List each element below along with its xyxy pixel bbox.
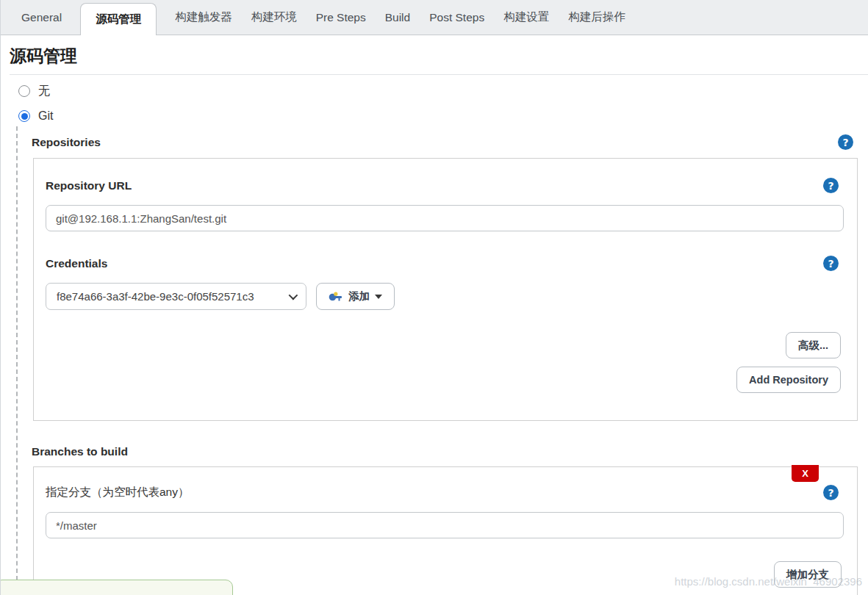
add-credentials-label: 添加: [348, 289, 370, 303]
caret-down-icon: [375, 295, 382, 299]
repository-url-header: Repository URL ?: [46, 178, 844, 193]
repositories-label: Repositories: [32, 136, 101, 149]
help-icon[interactable]: ?: [823, 178, 839, 193]
notification-toast: [0, 580, 233, 595]
scm-radio-group: 无 Git: [18, 84, 868, 123]
tab-build-triggers[interactable]: 构建触发器: [165, 10, 242, 25]
repositories-header: Repositories ?: [32, 134, 853, 150]
add-repository-button[interactable]: Add Repository: [736, 367, 841, 393]
key-icon: [329, 292, 343, 302]
credentials-selected-value: f8e74a66-3a3f-42be-9e3c-0f05f52571c3: [57, 290, 254, 303]
credentials-label: Credentials: [46, 257, 107, 270]
tab-source-code-management[interactable]: 源码管理: [80, 3, 157, 35]
help-icon[interactable]: ?: [823, 485, 839, 500]
scm-radio-none[interactable]: 无: [18, 84, 868, 98]
tab-general[interactable]: General: [12, 11, 71, 24]
tab-build[interactable]: Build: [376, 11, 420, 24]
tab-pre-steps[interactable]: Pre Steps: [306, 11, 376, 24]
scm-radio-git[interactable]: Git: [18, 109, 868, 123]
branch-spec-header: 指定分支（为空时代表any） ?: [46, 485, 844, 500]
credentials-select[interactable]: f8e74a66-3a3f-42be-9e3c-0f05f52571c3: [46, 283, 306, 310]
advanced-button[interactable]: 高级...: [786, 332, 841, 358]
radio-git-circle[interactable]: [18, 110, 30, 122]
branches-section: Branches to build X 指定分支（为空时代表any） ? 增加分…: [1, 445, 868, 595]
config-tab-bar: General 源码管理 构建触发器 构建环境 Pre Steps Build …: [1, 0, 868, 35]
branch-spec-input[interactable]: [46, 512, 844, 538]
tab-build-environment[interactable]: 构建环境: [242, 10, 306, 25]
radio-git-label: Git: [38, 109, 53, 123]
credentials-header: Credentials ?: [46, 256, 844, 271]
jenkins-config-screen: General 源码管理 构建触发器 构建环境 Pre Steps Build …: [0, 0, 868, 595]
add-credentials-button[interactable]: 添加: [316, 283, 395, 310]
tab-post-build-actions[interactable]: 构建后操作: [559, 10, 635, 25]
radio-none-label: 无: [38, 84, 50, 99]
chevron-down-icon: [289, 291, 298, 300]
section-dashed-guide-line: [16, 126, 18, 595]
csdn-watermark: https://blog.csdn.net/weixin_46902396: [675, 575, 862, 588]
repository-buttons: 高级... Add Repository: [46, 332, 844, 393]
help-icon[interactable]: ?: [823, 256, 839, 271]
tab-post-steps[interactable]: Post Steps: [420, 11, 494, 24]
branches-to-build-label: Branches to build: [32, 445, 128, 458]
help-icon[interactable]: ?: [838, 134, 853, 150]
repositories-box: Repository URL ? Credentials ? f8e74a66-…: [33, 158, 858, 421]
repository-url-input[interactable]: [46, 205, 844, 231]
repository-url-label: Repository URL: [46, 179, 132, 192]
branch-spec-label: 指定分支（为空时代表any）: [46, 485, 190, 500]
branches-header: Branches to build: [32, 445, 853, 458]
title-divider: [10, 74, 868, 75]
credentials-row: f8e74a66-3a3f-42be-9e3c-0f05f52571c3 添加: [46, 283, 844, 310]
radio-none-circle[interactable]: [18, 85, 30, 97]
delete-branch-button[interactable]: X: [792, 465, 819, 482]
config-content: 源码管理 无 Git Repositories ? Repository URL…: [1, 35, 868, 595]
tab-build-settings[interactable]: 构建设置: [494, 10, 559, 25]
page-title: 源码管理: [10, 45, 868, 68]
